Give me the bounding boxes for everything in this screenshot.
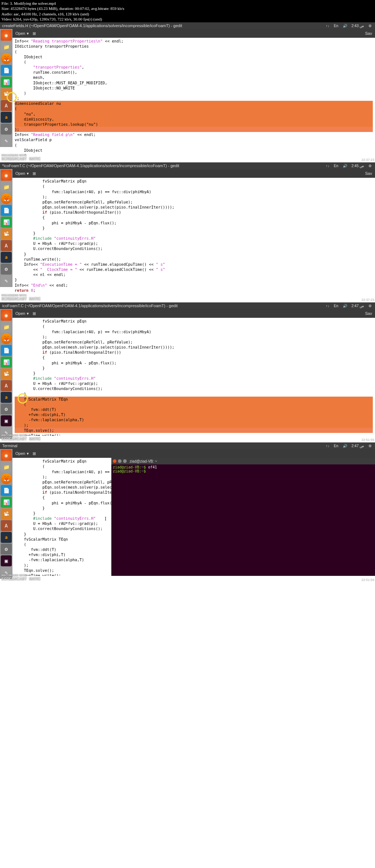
open-button[interactable]: Open ▾ [15,451,29,456]
system-tray[interactable]: ↑↓ En 🔊 ص 2:47 ⚙ [325,444,373,448]
meta-line: File: 3. Modifying the solver.mp4 [1,1,374,6]
settings-icon[interactable]: ⚙ [1,124,12,135]
dash-icon[interactable]: ◉ [1,30,12,41]
calc-icon[interactable]: 📊 [1,497,12,508]
amazon-icon[interactable]: a [1,112,12,123]
lang-indicator[interactable]: En [333,164,339,168]
amazon-icon[interactable]: a [1,532,12,543]
window-title: createFields.H (~/OpenFOAM/OpenFOAM-4.1/… [2,23,325,28]
unity-launcher[interactable]: ◉ 📁 🦊 📄 📊 📽 A a ⚙ ✎ [0,29,12,147]
terminal-window[interactable]: ziad@ziad-VB: ~ ziad@ziad-VB:~$ of41 zia… [111,458,375,576]
meta-line: Video: h264, yuv420p, 1280x720, 722 kb/s… [1,16,374,22]
new-tab-button[interactable]: ⊞ [33,31,36,36]
save-button[interactable]: Sav [365,31,372,36]
impress-icon[interactable]: 📽 [1,508,12,519]
terminal-titlebar[interactable]: ziad@ziad-VB: ~ [111,458,375,464]
system-tray[interactable]: ↑↓ En 🔊 ص 2:43 ⚙ [325,24,373,28]
files-icon[interactable]: 📁 [1,321,12,332]
dash-icon[interactable]: ◉ [1,310,12,321]
gear-icon[interactable]: ⚙ [367,444,373,448]
amazon-icon[interactable]: a [1,252,12,263]
screenshot-2: *icoFoamT.C (~/OpenFOAM/OpenFOAM-4.1/app… [0,162,375,302]
firefox-icon[interactable]: 🦊 [1,333,12,344]
software-icon[interactable]: A [1,520,12,531]
new-tab-button[interactable]: ⊞ [33,311,36,316]
gear-icon[interactable]: ⚙ [367,304,373,308]
editor-content[interactable]: fvScalarMatrix pEqn ( fvm::laplacian(rAU… [12,318,375,436]
new-tab-button[interactable]: ⊞ [33,451,36,456]
minimize-icon[interactable] [118,459,122,463]
lang-indicator[interactable]: En [333,304,339,308]
open-button[interactable]: Open ▾ [15,311,29,316]
clock[interactable]: ص 2:45 [350,164,365,168]
settings-icon[interactable]: ⚙ [1,544,12,555]
unity-launcher[interactable]: ◉ 📁 🦊 📄 📊 📽 A a ⚙ ▣ ✎ [0,309,12,439]
terminal-icon[interactable]: ▣ [1,415,12,426]
clock[interactable]: ص 2:47 [350,304,365,308]
sound-icon[interactable]: 🔊 [342,304,348,308]
unity-launcher[interactable]: ◉ 📁 🦊 📄 📊 📽 A a ⚙ ▣ ✎ [0,449,12,579]
firefox-icon[interactable]: 🦊 [1,53,12,64]
software-icon[interactable]: A [1,240,12,251]
network-icon[interactable]: ↑↓ [325,24,331,28]
terminal-body[interactable]: ziad@ziad-VB:~$ of41 ziad@ziad-VB:~$ [111,464,375,474]
impress-icon[interactable]: 📽 [1,228,12,239]
calc-icon[interactable]: 📊 [1,77,12,88]
save-button[interactable]: Sav [365,311,372,316]
cursor-highlight [18,393,28,404]
writer-icon[interactable]: 📄 [1,485,12,496]
lang-indicator[interactable]: En [333,444,339,448]
lang-indicator[interactable]: En [333,24,339,28]
close-icon[interactable] [113,459,116,463]
system-tray[interactable]: ↑↓ En 🔊 ص 2:47 ⚙ [325,304,373,308]
impress-icon[interactable]: 📽 [1,368,12,379]
frame-timestamp: 22:37:23 [361,298,374,302]
editor-content[interactable]: Info<< "Reading transportProperties\n" <… [12,38,375,156]
maximize-icon[interactable] [123,459,127,463]
open-button[interactable]: Open ▾ [15,31,29,36]
files-icon[interactable]: 📁 [1,181,12,192]
chevron-down-icon: ▾ [27,451,29,456]
writer-icon[interactable]: 📄 [1,65,12,76]
gedit-icon[interactable]: ✎ [1,275,12,286]
save-button[interactable]: Sav [365,171,372,176]
writer-icon[interactable]: 📄 [1,345,12,356]
network-icon[interactable]: ↑↓ [325,304,331,308]
writer-icon[interactable]: 📄 [1,205,12,216]
software-icon[interactable]: A [1,380,12,391]
unity-launcher[interactable]: ◉ 📁 🦊 📄 📊 📽 A a ⚙ ✎ [0,169,12,287]
sound-icon[interactable]: 🔊 [342,164,348,168]
amazon-icon[interactable]: a [1,392,12,403]
calc-icon[interactable]: 📊 [1,217,12,228]
dash-icon[interactable]: ◉ [1,450,12,461]
firefox-icon[interactable]: 🦊 [1,193,12,204]
settings-icon[interactable]: ⚙ [1,404,12,415]
files-icon[interactable]: 📁 [1,41,12,52]
sound-icon[interactable]: 🔊 [342,24,348,28]
clock[interactable]: ص 2:47 [350,444,365,448]
gedit-icon[interactable]: ✎ [1,135,12,146]
network-icon[interactable]: ↑↓ [325,444,331,448]
firefox-icon[interactable]: 🦊 [1,473,12,484]
frame-timestamp: 22:51:59 [361,578,374,582]
gear-icon[interactable]: ⚙ [367,24,373,28]
window-titlebar: Terminal ↑↓ En 🔊 ص 2:47 ⚙ [0,442,375,449]
cursor-highlight [7,92,17,102]
new-tab-button[interactable]: ⊞ [33,171,36,176]
terminal-icon[interactable]: ▣ [1,555,12,566]
window-title: Terminal [2,444,325,448]
files-icon[interactable]: 📁 [1,461,12,472]
network-icon[interactable]: ↑↓ [325,164,331,168]
settings-icon[interactable]: ⚙ [1,264,12,275]
system-tray[interactable]: ↑↓ En 🔊 ص 2:45 ⚙ [325,164,373,168]
editor-content[interactable]: fvScalarMatrix pEqn ( fvm::laplacian(rAU… [12,178,375,296]
editor-content[interactable]: I fvScalarMatrix pEqn ( fvm::laplacian(r… [12,458,111,576]
sound-icon[interactable]: 🔊 [342,444,348,448]
dash-icon[interactable]: ◉ [1,170,12,181]
clock[interactable]: ص 2:43 [350,24,365,28]
open-button[interactable]: Open ▾ [15,171,29,176]
screenshot-3: icoFoamT.C (~/OpenFOAM/OpenFOAM-4.1/appl… [0,302,375,442]
gear-icon[interactable]: ⚙ [367,164,373,168]
window-titlebar: icoFoamT.C (~/OpenFOAM/OpenFOAM-4.1/appl… [0,302,375,309]
calc-icon[interactable]: 📊 [1,357,12,368]
